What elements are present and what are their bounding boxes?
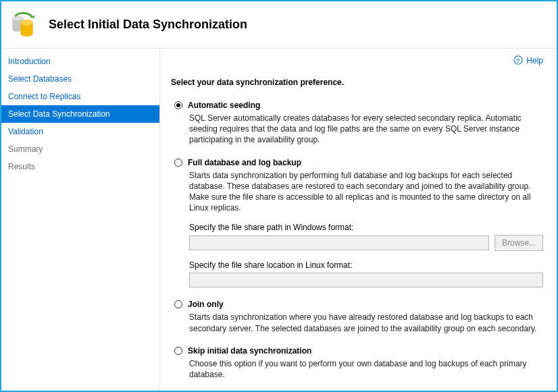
help-icon: ? <box>513 55 523 65</box>
option-row[interactable]: Skip initial data synchronization <box>174 346 543 356</box>
radio-skip-sync[interactable] <box>174 347 182 355</box>
sidebar-item-results: Results <box>1 158 159 175</box>
field-row-linux-share <box>189 273 543 287</box>
field-label-linux-share: Specify the file share location in Linux… <box>189 260 543 270</box>
option-desc-automatic-seeding: SQL Server automatically creates databas… <box>189 113 543 146</box>
svg-text:?: ? <box>516 57 519 64</box>
option-row[interactable]: Join only <box>174 300 543 309</box>
option-desc-skip-sync: Choose this option if you want to perfor… <box>189 358 543 380</box>
wizard-header: Select Initial Data Synchronization <box>1 1 557 49</box>
help-row: ? Help <box>171 55 543 65</box>
option-desc-full-backup: Starts data synchronization by performin… <box>189 170 543 214</box>
option-skip-sync: Skip initial data synchronization Choose… <box>171 346 543 380</box>
sidebar-item-summary: Summary <box>1 140 159 158</box>
option-label-skip-sync: Skip initial data synchronization <box>188 346 311 356</box>
option-full-backup: Full database and log backup Starts data… <box>171 158 543 288</box>
wizard-body: Introduction Select Databases Connect to… <box>1 49 557 391</box>
linux-share-input <box>189 273 543 287</box>
wizard-window: Select Initial Data Synchronization Intr… <box>0 0 558 392</box>
option-join-only: Join only Starts data synchronization wh… <box>171 300 543 333</box>
wizard-content: ? Help Select your data synchronization … <box>160 49 557 391</box>
option-label-join-only: Join only <box>188 300 224 309</box>
browse-button: Browse... <box>494 235 543 251</box>
wizard-sidebar: Introduction Select Databases Connect to… <box>1 49 160 391</box>
windows-share-input <box>189 235 489 250</box>
field-label-windows-share: Specify the file share path in Windows f… <box>189 223 543 232</box>
radio-join-only[interactable] <box>174 300 182 308</box>
svg-point-1 <box>12 16 23 20</box>
option-row[interactable]: Full database and log backup <box>174 158 543 167</box>
sidebar-item-select-databases[interactable]: Select Databases <box>1 70 159 88</box>
option-desc-join-only: Starts data synchronization where you ha… <box>189 312 543 333</box>
sync-databases-icon <box>8 10 38 40</box>
option-label-full-backup: Full database and log backup <box>188 158 301 167</box>
help-link[interactable]: ? Help <box>513 56 543 65</box>
sidebar-item-connect-to-replicas[interactable]: Connect to Replicas <box>1 88 159 105</box>
option-automatic-seeding: Automatic seeding SQL Server automatical… <box>171 101 543 146</box>
sidebar-item-select-data-synchronization[interactable]: Select Data Synchronization <box>1 105 159 123</box>
sidebar-item-validation[interactable]: Validation <box>1 123 159 140</box>
radio-automatic-seeding[interactable] <box>174 101 182 109</box>
field-row-windows-share: Browse... <box>189 235 543 251</box>
radio-full-backup[interactable] <box>174 159 182 167</box>
page-title: Select Initial Data Synchronization <box>49 18 247 32</box>
help-label: Help <box>526 56 543 65</box>
option-label-automatic-seeding: Automatic seeding <box>188 101 260 110</box>
svg-point-3 <box>20 20 32 25</box>
sidebar-item-introduction[interactable]: Introduction <box>1 53 159 70</box>
section-title: Select your data synchronization prefere… <box>171 78 543 87</box>
option-row[interactable]: Automatic seeding <box>174 101 543 110</box>
